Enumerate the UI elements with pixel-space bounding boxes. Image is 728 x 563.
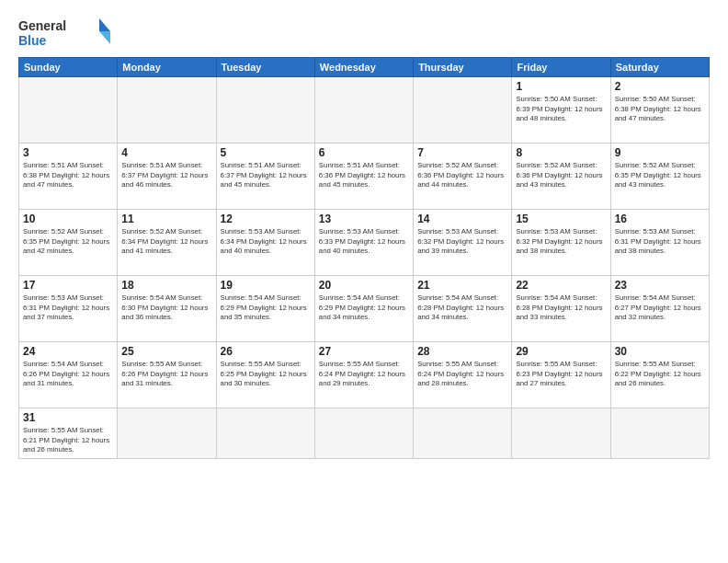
svg-marker-3 (99, 31, 110, 44)
day-info: Sunrise: 5:53 AM Sunset: 6:31 PM Dayligh… (615, 227, 705, 257)
calendar-cell: 12Sunrise: 5:53 AM Sunset: 6:34 PM Dayli… (216, 210, 314, 276)
day-info: Sunrise: 5:55 AM Sunset: 6:25 PM Dayligh… (221, 360, 311, 389)
day-number: 16 (615, 213, 705, 225)
calendar-cell (414, 77, 512, 144)
weekday-header-row: Sunday Monday Tuesday Wednesday Thursday… (19, 58, 710, 77)
generalblue-logo-icon: General Blue (18, 15, 110, 50)
calendar-cell: 30Sunrise: 5:55 AM Sunset: 6:22 PM Dayli… (610, 342, 709, 408)
header-monday: Monday (118, 58, 216, 77)
day-number: 29 (516, 345, 606, 358)
calendar-cell: 4Sunrise: 5:51 AM Sunset: 6:37 PM Daylig… (118, 144, 216, 210)
calendar-cell: 21Sunrise: 5:54 AM Sunset: 6:28 PM Dayli… (414, 276, 512, 342)
calendar-cell (512, 408, 610, 459)
day-info: Sunrise: 5:53 AM Sunset: 6:32 PM Dayligh… (417, 227, 507, 257)
day-info: Sunrise: 5:52 AM Sunset: 6:36 PM Dayligh… (417, 161, 507, 190)
calendar-cell: 11Sunrise: 5:52 AM Sunset: 6:34 PM Dayli… (118, 210, 216, 276)
day-number: 15 (516, 213, 606, 225)
day-number: 7 (417, 146, 507, 159)
day-number: 23 (615, 279, 705, 292)
day-info: Sunrise: 5:51 AM Sunset: 6:37 PM Dayligh… (221, 161, 311, 190)
calendar-cell: 22Sunrise: 5:54 AM Sunset: 6:28 PM Dayli… (512, 276, 610, 342)
day-info: Sunrise: 5:54 AM Sunset: 6:27 PM Dayligh… (615, 293, 705, 323)
calendar-cell (314, 77, 413, 144)
day-number: 10 (23, 213, 113, 225)
day-number: 14 (417, 213, 507, 225)
day-number: 3 (23, 146, 113, 159)
day-number: 17 (23, 279, 113, 292)
day-info: Sunrise: 5:50 AM Sunset: 6:39 PM Dayligh… (516, 95, 606, 124)
calendar-cell: 14Sunrise: 5:53 AM Sunset: 6:32 PM Dayli… (414, 210, 512, 276)
day-info: Sunrise: 5:54 AM Sunset: 6:28 PM Dayligh… (516, 293, 606, 323)
calendar-cell: 17Sunrise: 5:53 AM Sunset: 6:31 PM Dayli… (19, 276, 118, 342)
day-info: Sunrise: 5:53 AM Sunset: 6:31 PM Dayligh… (23, 293, 113, 323)
day-number: 25 (121, 345, 211, 358)
day-number: 27 (319, 345, 409, 358)
calendar-cell: 8Sunrise: 5:52 AM Sunset: 6:36 PM Daylig… (512, 144, 610, 210)
calendar-cell (19, 77, 118, 144)
day-number: 11 (121, 213, 211, 225)
day-info: Sunrise: 5:55 AM Sunset: 6:22 PM Dayligh… (615, 360, 705, 389)
day-info: Sunrise: 5:54 AM Sunset: 6:26 PM Dayligh… (23, 360, 113, 389)
day-number: 28 (417, 345, 507, 358)
calendar-cell: 16Sunrise: 5:53 AM Sunset: 6:31 PM Dayli… (610, 210, 709, 276)
calendar-cell: 3Sunrise: 5:51 AM Sunset: 6:38 PM Daylig… (19, 144, 118, 210)
day-info: Sunrise: 5:55 AM Sunset: 6:24 PM Dayligh… (417, 360, 507, 389)
calendar-cell: 20Sunrise: 5:54 AM Sunset: 6:29 PM Dayli… (314, 276, 413, 342)
day-number: 30 (615, 345, 705, 358)
day-number: 22 (516, 279, 606, 292)
calendar-cell: 31Sunrise: 5:55 AM Sunset: 6:21 PM Dayli… (19, 408, 118, 459)
calendar-cell: 5Sunrise: 5:51 AM Sunset: 6:37 PM Daylig… (216, 144, 314, 210)
calendar-cell: 19Sunrise: 5:54 AM Sunset: 6:29 PM Dayli… (216, 276, 314, 342)
day-number: 19 (221, 279, 311, 292)
calendar-table: Sunday Monday Tuesday Wednesday Thursday… (18, 57, 710, 459)
svg-text:General: General (18, 18, 66, 33)
svg-marker-2 (99, 18, 110, 31)
calendar-cell: 26Sunrise: 5:55 AM Sunset: 6:25 PM Dayli… (216, 342, 314, 408)
day-info: Sunrise: 5:52 AM Sunset: 6:35 PM Dayligh… (615, 161, 705, 190)
day-info: Sunrise: 5:55 AM Sunset: 6:26 PM Dayligh… (121, 360, 211, 389)
day-number: 8 (516, 146, 606, 159)
logo: General Blue (18, 15, 110, 50)
day-info: Sunrise: 5:50 AM Sunset: 6:38 PM Dayligh… (615, 95, 705, 124)
calendar-cell: 2Sunrise: 5:50 AM Sunset: 6:38 PM Daylig… (610, 77, 709, 144)
day-number: 5 (221, 146, 311, 159)
day-info: Sunrise: 5:53 AM Sunset: 6:34 PM Dayligh… (221, 227, 311, 257)
day-info: Sunrise: 5:54 AM Sunset: 6:30 PM Dayligh… (121, 293, 211, 323)
day-number: 20 (319, 279, 409, 292)
calendar-cell (216, 77, 314, 144)
day-number: 26 (221, 345, 311, 358)
day-info: Sunrise: 5:51 AM Sunset: 6:36 PM Dayligh… (319, 161, 409, 190)
day-number: 24 (23, 345, 113, 358)
page: General Blue Sunday Monday Tuesday Wedne… (0, 0, 728, 563)
svg-text:Blue: Blue (18, 33, 47, 48)
day-info: Sunrise: 5:55 AM Sunset: 6:23 PM Dayligh… (516, 360, 606, 389)
header-sunday: Sunday (19, 58, 118, 77)
calendar-cell: 9Sunrise: 5:52 AM Sunset: 6:35 PM Daylig… (610, 144, 709, 210)
day-info: Sunrise: 5:52 AM Sunset: 6:34 PM Dayligh… (121, 227, 211, 257)
day-info: Sunrise: 5:54 AM Sunset: 6:28 PM Dayligh… (417, 293, 507, 323)
day-number: 13 (319, 213, 409, 225)
calendar-cell (414, 408, 512, 459)
day-number: 21 (417, 279, 507, 292)
day-number: 2 (615, 80, 705, 93)
day-info: Sunrise: 5:53 AM Sunset: 6:33 PM Dayligh… (319, 227, 409, 257)
header-wednesday: Wednesday (314, 58, 413, 77)
day-info: Sunrise: 5:55 AM Sunset: 6:24 PM Dayligh… (319, 360, 409, 389)
day-info: Sunrise: 5:52 AM Sunset: 6:35 PM Dayligh… (23, 227, 113, 257)
day-number: 6 (319, 146, 409, 159)
day-number: 9 (615, 146, 705, 159)
header-friday: Friday (512, 58, 610, 77)
day-info: Sunrise: 5:54 AM Sunset: 6:29 PM Dayligh… (221, 293, 311, 323)
day-info: Sunrise: 5:53 AM Sunset: 6:32 PM Dayligh… (516, 227, 606, 257)
day-info: Sunrise: 5:55 AM Sunset: 6:21 PM Dayligh… (23, 426, 113, 455)
calendar-cell: 25Sunrise: 5:55 AM Sunset: 6:26 PM Dayli… (118, 342, 216, 408)
calendar-cell: 29Sunrise: 5:55 AM Sunset: 6:23 PM Dayli… (512, 342, 610, 408)
calendar-cell: 23Sunrise: 5:54 AM Sunset: 6:27 PM Dayli… (610, 276, 709, 342)
calendar-cell: 24Sunrise: 5:54 AM Sunset: 6:26 PM Dayli… (19, 342, 118, 408)
day-number: 18 (121, 279, 211, 292)
day-info: Sunrise: 5:54 AM Sunset: 6:29 PM Dayligh… (319, 293, 409, 323)
day-number: 12 (221, 213, 311, 225)
calendar-cell: 13Sunrise: 5:53 AM Sunset: 6:33 PM Dayli… (314, 210, 413, 276)
calendar-cell: 6Sunrise: 5:51 AM Sunset: 6:36 PM Daylig… (314, 144, 413, 210)
day-info: Sunrise: 5:51 AM Sunset: 6:38 PM Dayligh… (23, 161, 113, 190)
